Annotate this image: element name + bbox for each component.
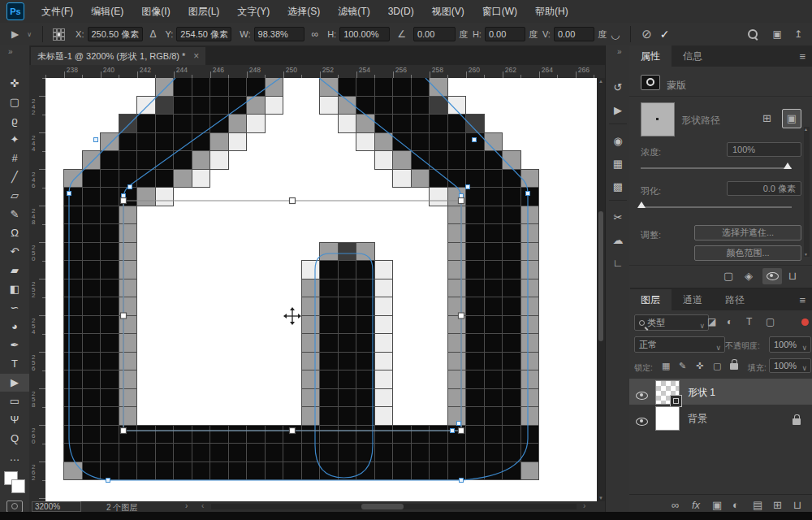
opacity-dropdown[interactable]: 100%∨ [769,336,811,353]
clone-stamp-tool[interactable]: Ω [0,224,29,242]
dodge-tool[interactable]: ◕ [0,318,29,336]
ruler-corner[interactable] [29,65,46,79]
scroll-left-icon[interactable]: ‹ [201,501,204,510]
layer-filter-type-dropdown[interactable]: 类型 ∨ [634,314,709,331]
horizontal-scroll-thumb[interactable] [361,504,404,509]
shape-tool[interactable]: ▭ [0,392,29,410]
height-input[interactable]: 100.00% [339,27,390,41]
color-panel-button[interactable]: ◉ [606,132,630,151]
delete-mask-icon[interactable]: ⊔ [788,270,797,282]
add-shape-icon[interactable]: ⊞ [762,112,771,124]
filter-shape-layers-icon[interactable]: ▢ [766,316,775,327]
menu-item-图像(I)[interactable]: 图像(I) [132,0,179,23]
background-color-swatch[interactable] [11,479,25,493]
menu-item-编辑(E)[interactable]: 编辑(E) [82,0,132,23]
smudge-tool[interactable]: ∽ [0,299,29,317]
styles-panel-button[interactable]: ▩ [606,177,630,197]
layer-thumbnail[interactable] [655,406,680,431]
scroll-up-icon[interactable]: ▲ [598,79,604,84]
panel-menu-icon[interactable]: ≡ [799,294,806,306]
feather-slider-thumb[interactable] [637,202,646,208]
layer-row-形状 1[interactable]: 形状 1 [629,379,812,405]
filter-adjustment-layers-icon[interactable]: ◐ [727,316,732,327]
quick-mask-button[interactable] [6,500,23,513]
tab-properties[interactable]: 属性 [629,46,672,67]
lock-artboard-icon[interactable]: ▢ [713,361,721,371]
add-mask-icon[interactable]: ▣ [712,499,722,511]
relative-position-icon[interactable]: Δ [150,28,157,40]
density-field[interactable]: 100% [727,142,801,157]
feather-slider[interactable] [641,206,792,208]
canvas[interactable] [45,78,597,501]
properties-scrollbar[interactable]: ▲ ▼ [804,127,810,257]
libraries-panel-button[interactable]: ☁ [606,231,630,250]
eraser-tool[interactable]: ▰ [0,262,29,280]
scroll-down-icon[interactable]: ▼ [804,252,808,257]
tab-paths[interactable]: 路径 [714,289,756,310]
workspace-icon[interactable]: ▣ [773,28,782,40]
vskew-input[interactable]: 0.00 [554,27,594,41]
type-tool[interactable]: T [0,355,29,373]
load-selection-from-mask-icon[interactable]: ▢ [723,270,733,282]
menu-item-视图(V)[interactable]: 视图(V) [423,0,473,23]
path-target-icon[interactable]: ▣ [782,109,801,128]
density-slider-thumb[interactable] [784,162,792,169]
actions-panel-button[interactable]: ▶ [606,101,630,120]
hand-tool[interactable]: Ψ [0,411,29,429]
lasso-tool[interactable]: ϱ [0,112,29,130]
lock-paint-icon[interactable]: ✎ [679,361,686,371]
history-brush-tool[interactable]: ↶ [0,243,29,261]
pen-tool[interactable]: ✒ [0,336,29,354]
top-ruler[interactable]: 2362382402422442462482502522542562582602… [45,65,605,79]
mask-options-icon[interactable]: ◈ [745,270,753,282]
mask-enabled-eye-icon[interactable] [762,268,782,284]
menu-item-图层(L)[interactable]: 图层(L) [179,0,229,23]
reference-point-grid[interactable] [53,28,64,40]
x-input[interactable]: 250.50 像素 [88,27,143,41]
menu-item-文件(F)[interactable]: 文件(F) [32,0,82,23]
edit-toolbar[interactable]: … [0,448,29,466]
quick-selection-tool[interactable]: ✦ [0,131,29,149]
layer-effects-icon[interactable]: fx [692,499,700,511]
angle-input[interactable]: 0.00 [413,27,456,41]
y-input[interactable]: 254.50 像素 [176,27,231,41]
delete-layer-icon[interactable]: ⊔ [793,499,801,511]
left-ruler[interactable]: 2 4 22 4 42 4 62 4 82 5 02 5 22 5 42 5 6… [29,78,46,501]
hskew-input[interactable]: 0.00 [485,27,525,41]
crop-tool[interactable]: # [0,150,29,167]
adjustment-layer-icon[interactable]: ◐ [732,499,739,511]
cancel-transform-icon[interactable]: ⊘ [641,27,652,41]
history-panel-button[interactable]: ↺ [606,78,630,98]
select-and-mask-button[interactable]: 选择并遮住... [694,225,801,240]
canvas-horizontal-scrollbar[interactable] [211,504,577,509]
tool-presets-button[interactable]: ✂ [606,208,630,228]
layer-visibility-eye-icon[interactable] [636,388,648,403]
menu-item-窗口(W)[interactable]: 窗口(W) [473,0,526,23]
menu-item-文字(Y)[interactable]: 文字(Y) [228,0,279,23]
tool-preset-chevron-icon[interactable]: ∨ [27,31,32,38]
commit-transform-icon[interactable]: ✓ [660,28,670,41]
scroll-up-icon[interactable]: ▲ [804,127,808,132]
menu-item-3D(D)[interactable]: 3D(D) [379,0,423,23]
gradient-tool[interactable]: ◧ [0,280,29,298]
share-icon[interactable]: ↥ [794,28,802,40]
brush-tool[interactable]: ✎ [0,206,29,223]
blend-mode-dropdown[interactable]: 正常∨ [634,336,725,353]
lock-move-icon[interactable]: ✜ [696,361,703,371]
lock-transparency-icon[interactable]: ▦ [662,361,670,371]
filter-pixel-layers-icon[interactable]: ◪ [707,316,716,327]
layer-group-icon[interactable]: ▤ [753,499,762,511]
warp-mode-icon[interactable]: ◡ [611,28,620,41]
eyedropper-tool[interactable]: ╱ [0,168,29,186]
vertical-scroll-thumb[interactable] [598,211,603,341]
healing-brush-tool[interactable]: ▱ [0,187,29,205]
layer-filter-toggle[interactable] [801,318,809,326]
marquee-tool[interactable]: ▢ [0,93,29,111]
close-tab-icon[interactable]: × [193,50,199,62]
tab-layers[interactable]: 图层 [629,289,672,310]
new-layer-icon[interactable]: ⊞ [773,499,782,511]
zoom-level-field[interactable]: 3200% [32,501,81,512]
swatches-panel-button[interactable]: ▦ [606,154,630,174]
feather-field[interactable]: 0.0 像素 [727,181,801,196]
toolbar-collapse-icon[interactable]: » [8,47,13,56]
